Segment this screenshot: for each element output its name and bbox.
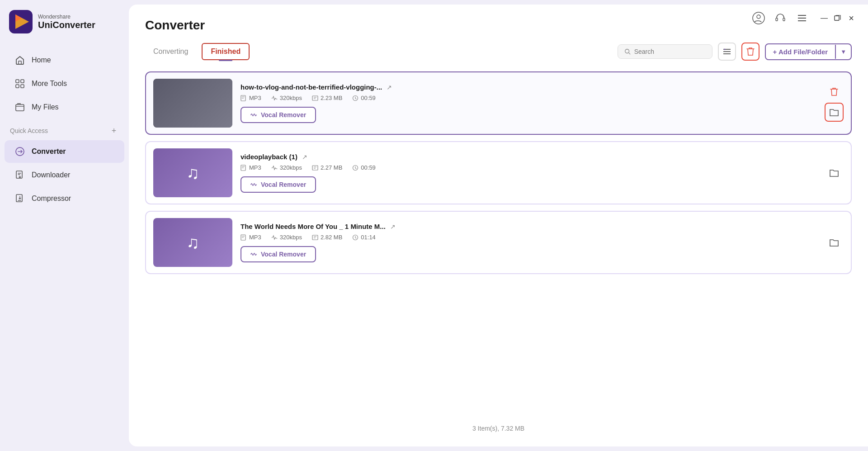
sidebar-item-label-home: Home bbox=[32, 56, 51, 64]
more-tools-icon bbox=[14, 78, 25, 89]
minimize-button[interactable]: — bbox=[820, 14, 828, 22]
open-folder-button-1[interactable] bbox=[825, 103, 844, 122]
top-bar: — × bbox=[739, 5, 868, 32]
file-thumbnail-3[interactable]: ♫ bbox=[153, 218, 232, 267]
music-note-icon-3: ♫ bbox=[186, 233, 199, 252]
bitrate-icon-1 bbox=[271, 95, 278, 101]
external-link-icon-2[interactable]: ↗ bbox=[302, 153, 307, 161]
status-bar: 3 Item(s), 7.32 MB bbox=[145, 419, 852, 437]
add-file-dropdown-arrow[interactable]: ▼ bbox=[835, 45, 851, 59]
search-box bbox=[618, 44, 712, 59]
search-icon bbox=[624, 48, 631, 55]
open-folder-button-2[interactable] bbox=[825, 163, 844, 182]
file-name-row-3: The World Needs More Of You _ 1 Minute M… bbox=[241, 223, 819, 230]
menu-icon[interactable] bbox=[795, 11, 809, 25]
search-input[interactable] bbox=[634, 48, 706, 55]
vocal-remover-button-1[interactable]: Vocal Remover bbox=[241, 107, 316, 123]
headset-icon[interactable] bbox=[773, 11, 788, 25]
compressor-icon bbox=[14, 193, 25, 204]
svg-rect-27 bbox=[312, 96, 318, 100]
size-icon-3 bbox=[312, 234, 318, 241]
file-actions-1 bbox=[825, 85, 844, 122]
file-meta-3: MP3 320kbps 2.82 MB 01:14 bbox=[241, 234, 819, 241]
svg-point-20 bbox=[625, 49, 629, 53]
sidebar-item-label-converter: Converter bbox=[32, 147, 66, 156]
delete-button-1[interactable] bbox=[827, 85, 841, 99]
bitrate-icon-2 bbox=[271, 165, 278, 171]
file-name-3: The World Needs More Of You _ 1 Minute M… bbox=[241, 223, 386, 230]
vocal-remover-button-2[interactable]: Vocal Remover bbox=[241, 176, 316, 193]
file-meta-1: MP3 320kbps 2.23 MB 00:59 bbox=[241, 95, 819, 101]
restore-button[interactable] bbox=[834, 14, 842, 22]
svg-point-25 bbox=[724, 49, 725, 50]
sidebar-item-compressor[interactable]: Compressor bbox=[5, 187, 124, 210]
file-info-1: how-to-vlog-and-not-be-terrified-vloggin… bbox=[241, 83, 819, 123]
file-meta-2: MP3 320kbps 2.27 MB 00:59 bbox=[241, 164, 819, 171]
file-bitrate-2: 320kbps bbox=[271, 164, 302, 171]
external-link-icon-1[interactable]: ↗ bbox=[387, 84, 392, 91]
file-thumbnail-1[interactable]: ▶ bbox=[153, 79, 232, 128]
my-files-icon bbox=[14, 102, 25, 113]
vocal-remover-button-3[interactable]: Vocal Remover bbox=[241, 246, 316, 262]
logo-area: Wondershare UniConverter bbox=[0, 0, 129, 43]
file-name-1: how-to-vlog-and-not-be-terrified-vloggin… bbox=[241, 83, 382, 91]
file-bitrate-3: 320kbps bbox=[271, 234, 302, 241]
sidebar-item-home[interactable]: Home bbox=[5, 49, 124, 71]
sidebar-item-label-my-files: My Files bbox=[32, 103, 59, 111]
sidebar-item-downloader[interactable]: Downloader bbox=[5, 164, 124, 186]
file-format-2: MP3 bbox=[241, 164, 261, 171]
add-file-folder-button[interactable]: + Add File/Folder ▼ bbox=[765, 43, 852, 60]
svg-rect-19 bbox=[835, 16, 839, 20]
file-thumbnail-2[interactable]: ♫ bbox=[153, 148, 232, 197]
delete-all-button[interactable] bbox=[741, 43, 760, 61]
external-link-icon-3[interactable]: ↗ bbox=[390, 223, 396, 230]
file-info-3: The World Needs More Of You _ 1 Minute M… bbox=[241, 223, 819, 262]
svg-rect-3 bbox=[19, 61, 21, 64]
toolbar: Converting Finished + Add File/Folder ▼ bbox=[145, 43, 852, 61]
close-button[interactable]: × bbox=[847, 14, 855, 22]
open-folder-button-3[interactable] bbox=[825, 233, 844, 252]
home-icon bbox=[14, 55, 25, 66]
window-controls: — × bbox=[820, 14, 855, 22]
brand-name: Wondershare bbox=[38, 14, 95, 20]
vocal-icon-1 bbox=[250, 111, 258, 119]
nav-section: Home More Tools My Files Quick Access + bbox=[0, 43, 129, 451]
file-duration-3: 01:14 bbox=[352, 234, 376, 241]
sidebar-item-label-compressor: Compressor bbox=[32, 195, 71, 203]
file-actions-3 bbox=[825, 233, 844, 252]
svg-rect-8 bbox=[16, 104, 24, 111]
downloader-icon bbox=[14, 170, 25, 180]
duration-icon-1 bbox=[352, 95, 359, 101]
list-view-button[interactable] bbox=[718, 43, 736, 61]
svg-point-13 bbox=[757, 15, 760, 19]
svg-line-21 bbox=[628, 53, 630, 55]
sidebar: Wondershare UniConverter Home More Tools… bbox=[0, 0, 129, 451]
file-list: ▶ how-to-vlog-and-not-be-terrified-vlogg… bbox=[145, 71, 852, 419]
sidebar-item-more-tools[interactable]: More Tools bbox=[5, 72, 124, 95]
tab-converting[interactable]: Converting bbox=[145, 44, 196, 59]
converter-icon bbox=[14, 146, 25, 157]
music-note-icon-2: ♫ bbox=[186, 163, 199, 183]
svg-rect-33 bbox=[312, 235, 318, 240]
vocal-icon-2 bbox=[250, 181, 258, 188]
format-icon-2 bbox=[241, 165, 247, 171]
profile-icon[interactable] bbox=[751, 11, 766, 25]
format-icon-3 bbox=[241, 234, 247, 241]
sidebar-item-my-files[interactable]: My Files bbox=[5, 96, 124, 119]
sidebar-item-converter[interactable]: Converter bbox=[5, 140, 124, 163]
duration-icon-3 bbox=[352, 234, 359, 241]
file-item-2: ♫ videoplayback (1) ↗ MP3 32 bbox=[145, 141, 852, 204]
file-info-2: videoplayback (1) ↗ MP3 320kbps bbox=[241, 153, 819, 193]
file-name-row-2: videoplayback (1) ↗ bbox=[241, 153, 819, 161]
quick-access-add-button[interactable]: + bbox=[109, 126, 119, 136]
file-name-2: videoplayback (1) bbox=[241, 153, 297, 161]
app-logo bbox=[9, 10, 33, 33]
add-file-label[interactable]: + Add File/Folder bbox=[766, 44, 835, 59]
svg-rect-4 bbox=[16, 80, 19, 83]
file-size-1: 2.23 MB bbox=[312, 95, 342, 101]
status-text: 3 Item(s), 7.32 MB bbox=[472, 425, 524, 432]
file-actions-2 bbox=[825, 163, 844, 182]
format-icon-1 bbox=[241, 95, 247, 101]
tab-finished[interactable]: Finished bbox=[202, 43, 250, 60]
size-icon-1 bbox=[312, 95, 318, 101]
